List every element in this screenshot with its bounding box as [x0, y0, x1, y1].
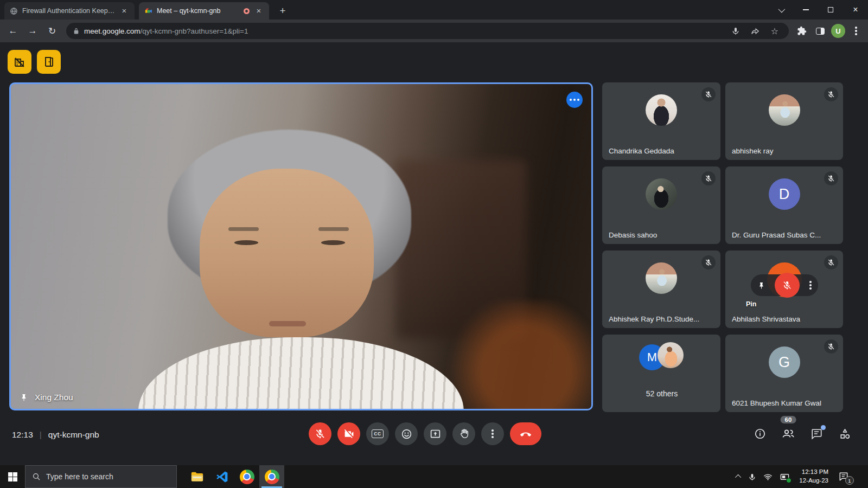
minimize-button[interactable]	[793, 0, 818, 20]
avatar	[646, 94, 677, 126]
voice-search-mic-icon[interactable]	[728, 23, 743, 38]
chat-notification-dot	[821, 425, 826, 430]
close-tab-icon[interactable]: ×	[254, 6, 264, 16]
tray-display-status-icon[interactable]	[780, 472, 790, 482]
raise-hand-button[interactable]	[452, 422, 475, 445]
tab-firewall[interactable]: Firewall Authentication Keepalive ×	[4, 2, 135, 20]
profile-avatar[interactable]: U	[831, 24, 845, 38]
back-button[interactable]: ←	[4, 22, 22, 40]
present-screen-button[interactable]	[424, 422, 446, 445]
captions-icon: CC	[372, 429, 384, 438]
close-tab-icon[interactable]: ×	[119, 6, 129, 16]
more-options-button[interactable]	[481, 422, 504, 445]
new-tab-button[interactable]: +	[276, 4, 290, 18]
end-call-button[interactable]	[510, 422, 541, 445]
file-explorer-icon[interactable]	[184, 465, 209, 488]
participant-name: Chandrika Geddada	[609, 147, 715, 155]
tab-meet[interactable]: Meet – qyt-kcmn-gnb ×	[139, 2, 269, 20]
media-indicator-icon	[244, 8, 250, 14]
avatar	[646, 178, 677, 210]
notification-center-icon[interactable]: 1	[835, 468, 852, 485]
meet-bottom-bar: 12:13 | qyt-kcmn-gnb CC	[0, 410, 868, 465]
participant-tile-0[interactable]: Chandrika Geddada	[602, 82, 720, 160]
vscode-icon[interactable]	[209, 465, 234, 488]
url-host: meet.google.com	[84, 27, 141, 35]
taskbar-apps	[184, 465, 284, 488]
extension-door-exit-button[interactable]	[37, 50, 61, 74]
extensions-puzzle-icon[interactable]	[794, 23, 809, 38]
tray-chevron-up-icon[interactable]	[735, 474, 741, 480]
tile-more-options-icon[interactable]	[809, 281, 812, 290]
pin-tooltip: Pin	[746, 300, 756, 308]
tab-title: Meet – qyt-kcmn-gnb	[157, 7, 239, 15]
meet-page: Xing Zhou Chandrika Geddada	[0, 42, 868, 465]
maximize-button[interactable]	[818, 0, 843, 20]
chrome-icon[interactable]	[234, 465, 259, 488]
present-icon	[430, 428, 441, 440]
tray-date: 12-Aug-23	[799, 477, 828, 485]
close-window-button[interactable]: ×	[843, 0, 868, 20]
globe-icon	[10, 7, 18, 15]
url-bar[interactable]: meet.google.com/qyt-kcmn-gnb?authuser=1&…	[66, 23, 789, 39]
extension-building-off-button[interactable]	[8, 50, 31, 74]
people-icon	[782, 427, 795, 440]
participant-tile-1[interactable]: abhishek ray	[725, 82, 843, 160]
tray-clock[interactable]: 12:13 PM 12-Aug-23	[797, 468, 828, 485]
chat-icon	[810, 428, 822, 440]
avatar-photo	[658, 342, 684, 368]
share-icon[interactable]	[748, 23, 763, 38]
mute-participant-button[interactable]	[775, 273, 800, 298]
participant-name: abhishek ray	[732, 147, 838, 155]
hand-icon	[458, 428, 469, 439]
avatar: D	[769, 178, 800, 210]
participant-tile-4[interactable]: Abhishek Ray Ph.D.Stude...	[602, 251, 720, 328]
browser-toolbar: ← → ↻ meet.google.com/qyt-kcmn-gnb?authu…	[0, 20, 868, 42]
reactions-button[interactable]	[395, 422, 418, 445]
video-more-options-icon[interactable]	[566, 92, 583, 108]
reload-button[interactable]: ↻	[43, 22, 61, 40]
activities-button[interactable]	[838, 427, 852, 441]
participant-name: Abhilash Shrivastava	[732, 315, 838, 323]
end-call-icon	[519, 427, 532, 440]
tray-time: 12:13 PM	[799, 468, 828, 477]
main-speaker-name: Xing Zhou	[35, 393, 73, 402]
side-panel-icon[interactable]	[813, 23, 828, 38]
browser-menu-kebab-icon[interactable]	[848, 23, 864, 38]
chrome-active-icon[interactable]	[259, 465, 284, 488]
tab-search-chevron-icon[interactable]	[768, 0, 793, 20]
avatar	[769, 94, 800, 126]
start-button[interactable]	[0, 465, 25, 488]
pin-icon[interactable]	[757, 281, 765, 290]
chat-button[interactable]	[809, 427, 824, 441]
screen: Firewall Authentication Keepalive × Meet…	[0, 0, 868, 488]
bookmark-star-icon[interactable]: ☆	[767, 23, 782, 38]
people-button[interactable]: 60	[781, 427, 795, 441]
lock-icon	[73, 28, 80, 35]
mic-off-button[interactable]	[309, 422, 331, 445]
participant-grid: Chandrika Geddada abhishek ray	[602, 82, 843, 412]
forward-button[interactable]: →	[24, 22, 41, 40]
taskbar-search-input[interactable]: Type here to search	[25, 465, 177, 488]
meet-panel-controls: 60	[753, 427, 852, 441]
meeting-code: qyt-kcmn-gnb	[48, 430, 99, 440]
participant-tile-5[interactable]: A Pin Abhilash Shrivastava	[725, 251, 843, 328]
tray-wifi-icon[interactable]	[763, 472, 773, 481]
smiley-icon	[401, 428, 412, 440]
participant-tile-7[interactable]: G 6021 Bhupesh Kumar Gwal	[725, 335, 843, 412]
camera-off-button[interactable]	[337, 422, 360, 445]
video-nametag: Xing Zhou	[20, 393, 73, 402]
search-icon	[32, 472, 41, 481]
meet-icon	[144, 7, 152, 15]
captions-button[interactable]: CC	[366, 422, 389, 445]
participant-tile-2[interactable]: Debasis sahoo	[602, 166, 720, 244]
info-button[interactable]	[753, 427, 767, 441]
participant-tile-6[interactable]: M 52 others	[602, 335, 720, 412]
info-icon	[754, 428, 766, 440]
main-video-tile[interactable]: Xing Zhou	[9, 82, 593, 410]
participant-tile-3[interactable]: D Dr. Guru Prasad Subas C...	[725, 166, 843, 244]
meeting-info: 12:13 | qyt-kcmn-gnb	[12, 430, 99, 440]
tray-mic-icon[interactable]	[748, 473, 756, 481]
avatar: G	[769, 346, 800, 378]
avatar	[646, 262, 677, 294]
tile-hover-controls	[751, 274, 818, 296]
